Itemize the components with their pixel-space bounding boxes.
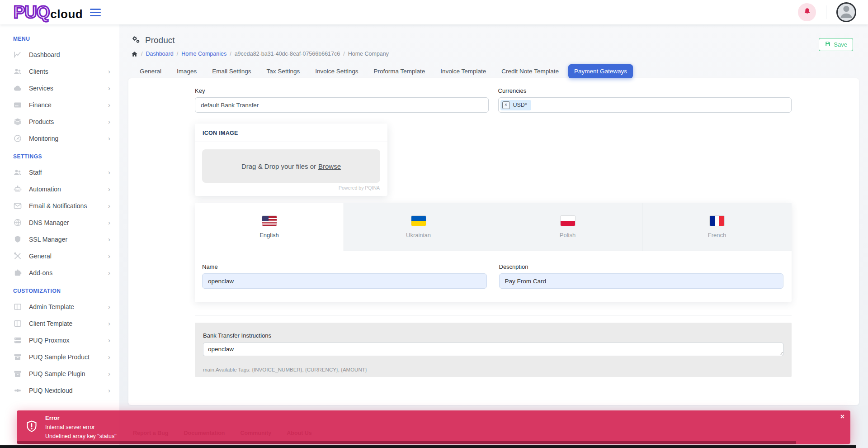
mail-icon [13,201,22,210]
chevron-right-icon: › [108,186,110,192]
hamburger-menu-icon[interactable] [90,9,101,16]
chevron-right-icon: › [108,219,110,226]
tab-invoice-template[interactable]: Invoice Template [434,64,492,78]
sidebar-item-label: PUQ Sample Plugin [29,370,108,377]
language-tab-french[interactable]: French [642,203,792,251]
breadcrumb-separator: / [343,51,344,57]
sidebar-item-dashboard[interactable]: Dashboard [0,46,119,63]
logo-cloud-text: cloud [50,8,83,20]
tab-general[interactable]: General [134,64,167,78]
key-currencies-row: Key Currencies × USD* [195,87,792,113]
sidebar-item-puq-proxmox[interactable]: PUQ Proxmox› [0,332,119,348]
key-input[interactable] [195,97,489,113]
remove-currency-icon[interactable]: × [502,101,510,109]
section-divider [195,315,792,315]
floppy-disk-icon [825,41,831,48]
sidebar-item-label: Services [29,85,108,92]
sidebar-item-add-ons[interactable]: Add-ons› [0,264,119,281]
sidebar-item-products[interactable]: Products› [0,113,119,130]
chevron-right-icon: › [108,269,110,276]
error-toast-line2: Undefined array key "status" [45,432,117,441]
chevron-right-icon: › [108,68,110,75]
description-input[interactable] [499,273,784,289]
language-tab-polish[interactable]: Polish [493,203,642,251]
sidebar-item-label: Automation [29,186,108,193]
user-avatar[interactable] [836,2,856,22]
chevron-right-icon: › [108,135,110,142]
browse-link[interactable]: Browse [318,162,341,170]
notifications-button[interactable] [798,3,816,21]
tab-credit-note-template[interactable]: Credit Note Template [495,64,565,78]
sidebar-item-label: Monitoring [29,135,108,142]
tab-invoice-settings[interactable]: Invoice Settings [309,64,364,78]
top-header: PUQcloud [0,0,868,24]
description-label: Description [499,263,784,270]
fr-flag-icon [710,216,724,226]
tab-images[interactable]: Images [171,64,203,78]
name-input[interactable] [202,273,487,289]
sidebar-item-puq-sample-plugin[interactable]: PUQ Sample Plugin› [0,365,119,382]
save-button[interactable]: Save [819,38,853,51]
sidebar-item-services[interactable]: Services› [0,80,119,96]
error-toast-line1: Internal server error [45,423,117,432]
sidebar-item-label: Email & Notifications [29,202,108,210]
toast-progress-bar [17,441,796,444]
chevron-right-icon: › [108,169,110,176]
sidebar-item-label: SSL Manager [29,236,108,243]
chevron-right-icon: › [108,370,110,377]
sidebar-item-automation[interactable]: Automation› [0,181,119,197]
products-box-icon [13,117,22,126]
sidebar-item-monitoring[interactable]: Monitoring› [0,130,119,147]
currency-code: USD* [513,102,527,108]
sidebar-item-email-notifications[interactable]: Email & Notifications› [0,197,119,214]
language-tab-ukrainian[interactable]: Ukrainian [344,203,493,251]
icon-image-body: Drag & Drop your files or Browse Powered… [195,142,387,196]
breadcrumb-item-home-company: Home Company [348,51,389,57]
sidebar-item-admin-template[interactable]: Admin Template› [0,298,119,315]
sidebar-item-puq-nextcloud[interactable]: PUQ Nextcloud› [0,382,119,399]
chevron-right-icon: › [108,118,110,125]
sidebar-item-dns-manager[interactable]: DNS Manager› [0,214,119,231]
language-tab-label: English [259,232,279,238]
tab-proforma-template[interactable]: Proforma Template [368,64,431,78]
header-divider [826,5,826,19]
page-title-row: Product [131,34,856,46]
sidebar-item-label: PUQ Nextcloud [29,387,108,394]
sidebar-item-clients[interactable]: Clients› [0,63,119,80]
sidebar-item-general[interactable]: General› [0,248,119,264]
instructions-textarea[interactable]: openclaw [203,343,783,356]
chevron-right-icon: › [108,85,110,91]
tab-payment-gateways[interactable]: Payment Gateways [568,64,633,78]
sidebar-item-client-template[interactable]: Client Template› [0,315,119,332]
breadcrumb-item-dashboard[interactable]: Dashboard [146,51,173,57]
sidebar-item-finance[interactable]: Finance› [0,96,119,113]
error-toast-title: Error [45,414,117,423]
name-label: Name [202,263,487,270]
close-icon[interactable]: × [840,413,844,420]
name-field-group: Name [202,263,487,289]
tab-email-settings[interactable]: Email Settings [206,64,257,78]
chevron-right-icon: › [108,236,110,243]
home-icon[interactable] [131,51,138,57]
sidebar-item-label: PUQ Sample Product [29,353,108,361]
tools-icon [13,252,22,261]
language-tab-label: Polish [560,232,576,238]
sidebar: MENUDashboardClients›Services›Finance›Pr… [0,24,119,448]
sidebar-item-staff[interactable]: Staff› [0,164,119,181]
breadcrumb-item-a9ceda82-ba31-40dc-8eaf-07566b6617c6: a9ceda82-ba31-40dc-8eaf-07566b6617c6 [235,51,340,57]
sidebar-item-puq-sample-product[interactable]: PUQ Sample Product› [0,348,119,365]
breadcrumb-item-home-companies[interactable]: Home Companies [181,51,226,57]
tab-tax-settings[interactable]: Tax Settings [261,64,306,78]
gears-icon [131,35,141,46]
language-tab-english[interactable]: English [195,203,344,251]
instructions-label: Bank Transfer Instructions [203,332,783,339]
sidebar-item-label: PUQ Proxmox [29,337,108,344]
language-tab-label: French [708,232,726,238]
nextcloud-icon [13,386,22,395]
file-drop-area[interactable]: Drag & Drop your files or Browse [202,149,380,183]
currencies-input[interactable]: × USD* [498,97,792,113]
bell-icon [803,7,811,18]
language-tab-content: Name Description [195,251,792,302]
box-archive-icon [13,353,22,362]
sidebar-item-ssl-manager[interactable]: SSL Manager› [0,231,119,248]
